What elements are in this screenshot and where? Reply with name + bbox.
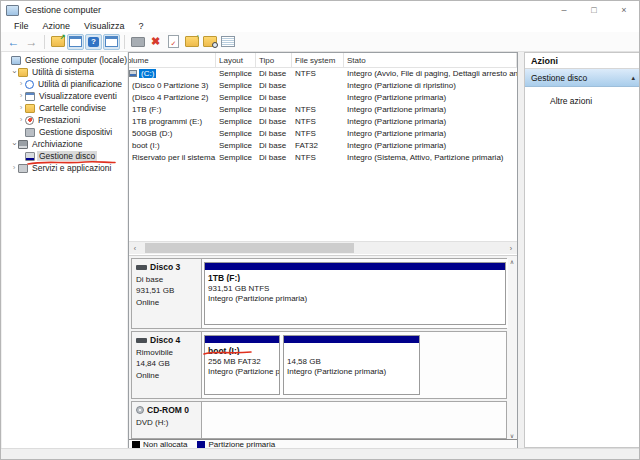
disk-info-line: Di base [136, 275, 201, 284]
task-scheduler-icon [25, 80, 34, 89]
layout-cell: Semplice [216, 105, 256, 114]
scroll-right-icon[interactable]: › [505, 242, 517, 254]
browse-folder-button[interactable] [201, 34, 218, 50]
show-console-tree-button[interactable] [67, 34, 84, 50]
column-header-tipo[interactable]: Tipo [256, 53, 292, 67]
partition-title: boot (I:) [205, 344, 279, 355]
volume-row-6[interactable]: boot (I:)SempliceDi baseFAT32Integro (Pa… [129, 139, 517, 151]
magnifier-overlay-icon [212, 42, 218, 48]
status-bar [1, 448, 639, 460]
partition-color-bar [205, 263, 505, 271]
menu-file[interactable]: File [7, 21, 36, 31]
storage-icon [18, 140, 28, 149]
menu-azione[interactable]: Azione [36, 21, 78, 31]
event-viewer-icon [25, 92, 35, 101]
expander-closed-icon[interactable]: › [18, 116, 24, 124]
show-action-pane-button[interactable] [103, 34, 120, 50]
volume-name-cell: (Disco 4 Partizione 2) [129, 93, 216, 102]
actions-group-gestione-disco[interactable]: Gestione disco ▴ [525, 69, 639, 87]
snapshot-icon [131, 37, 145, 47]
tree-item-visualizzatore-eventi[interactable]: ›Visualizzatore eventi [2, 90, 127, 102]
stato-cell: Integro (Avvio, File di paging, Dettagli… [344, 69, 517, 78]
expander-closed-icon[interactable]: › [18, 80, 24, 88]
tree-item-utilita-di-pianificazione[interactable]: ›Utilità di pianificazione [2, 78, 127, 90]
volume-row-5[interactable]: 500GB (D:)SempliceDi baseNTFSIntegro (Pa… [129, 127, 517, 139]
separator-1 [44, 35, 45, 49]
scroll-up-icon[interactable]: ∧ [507, 256, 517, 266]
disk-label[interactable]: CD-ROM 0DVD (H:) [132, 402, 202, 438]
export-folder-button[interactable]: ↑ [183, 34, 200, 50]
volume-row-4[interactable]: 1TB programmi (E:)SempliceDi baseNTFSInt… [129, 115, 517, 127]
column-header-stato[interactable]: Stato [344, 53, 517, 67]
tipo-cell: Di base [256, 141, 292, 150]
scrollbar-thumb[interactable] [145, 243, 354, 253]
stato-cell: Integro (Partizione primaria) [344, 129, 517, 138]
volume-disk-icon [129, 70, 137, 77]
column-header-layout[interactable]: Layout [216, 53, 256, 67]
scrollbar-track[interactable] [141, 242, 505, 254]
properties-button[interactable] [219, 34, 236, 50]
column-header-volume[interactable]: Volume [129, 53, 216, 67]
volume-name-cell: 1TB programmi (E:) [129, 117, 216, 126]
maximize-button[interactable]: □ [579, 1, 609, 19]
open-folder-button[interactable]: ↗ [49, 34, 66, 50]
back-button[interactable]: ← [5, 34, 22, 50]
collapse-group-icon[interactable]: ▴ [631, 74, 635, 82]
disk-label[interactable]: Disco 3Di base931,51 GBOnline [132, 259, 202, 328]
tree-item-label: Utilità di sistema [30, 67, 96, 77]
column-header-file-system[interactable]: File system [292, 53, 344, 67]
tree-item-gestione-dispositivi[interactable]: Gestione dispositivi [2, 126, 127, 138]
partition-disco-4-0[interactable]: boot (I:)256 MB FAT32Integro (Partizione… [204, 335, 280, 395]
partition-size-fs: 931,51 GB NTFS [205, 282, 505, 293]
expander-open-icon[interactable]: › [10, 141, 18, 147]
computer-management-window: Gestione computer –□× FileAzioneVisualiz… [0, 0, 640, 460]
title-bar[interactable]: Gestione computer –□× [1, 1, 639, 19]
actions-item-altre-azioni[interactable]: Altre azioni [525, 87, 639, 106]
file-system-cell: NTFS [292, 153, 344, 162]
volume-row-3[interactable]: 1TB (F:)SempliceDi baseNTFSIntegro (Part… [129, 103, 517, 115]
expander-closed-icon[interactable]: › [18, 92, 24, 100]
volume-row-7[interactable]: Riservato per il sistemaSempliceDi baseN… [129, 151, 517, 163]
vertical-scrollbar[interactable]: ∧ ∨ [507, 256, 517, 440]
horizontal-scrollbar[interactable]: ‹ › [129, 241, 517, 254]
partition-disco-4-1[interactable]: 14,58 GBIntegro (Partizione primaria) [283, 335, 420, 395]
tree-item-gestione-computer[interactable]: Gestione computer (locale) [2, 54, 127, 66]
disk-management-pane: VolumeLayoutTipoFile systemStato (C:)Sem… [128, 52, 518, 448]
check-disk-button[interactable]: ✓ [165, 34, 182, 50]
scroll-left-icon[interactable]: ‹ [129, 242, 141, 254]
tipo-cell: Di base [256, 93, 292, 102]
volume-row-0[interactable]: (C:)SempliceDi baseNTFSIntegro (Avvio, F… [129, 67, 517, 79]
disk-label[interactable]: Disco 4Rimovibile14,84 GBOnline [132, 332, 202, 398]
forward-button[interactable]: → [23, 34, 40, 50]
tree-item-prestazioni[interactable]: ›Prestazioni [2, 114, 127, 126]
partition-area: 1TB (F:)931,51 GB NTFSIntegro (Partizion… [202, 259, 508, 328]
tree-item-cartelle-condivise[interactable]: ›Cartelle condivise [2, 102, 127, 114]
tree-item-gestione-disco[interactable]: Gestione disco [2, 150, 127, 162]
minimize-button[interactable]: – [549, 1, 579, 19]
tree-item-servizi-e-applicazioni[interactable]: ›Servizi e applicazioni [2, 162, 127, 174]
file-system-cell: NTFS [292, 69, 344, 78]
tree-item-archiviazione[interactable]: ›Archiviazione [2, 138, 127, 150]
menu-visualizza[interactable]: Visualizza [77, 21, 131, 31]
cdrom-icon [136, 406, 144, 414]
close-button[interactable]: × [609, 1, 639, 19]
volume-row-1[interactable]: (Disco 0 Partizione 3)SempliceDi baseInt… [129, 79, 517, 91]
disk-info-line: Online [136, 298, 201, 307]
tree-item-utilita-di-sistema[interactable]: ›Utilità di sistema [2, 66, 127, 78]
expander-open-icon[interactable]: › [10, 69, 18, 75]
partition-disco-3-0[interactable]: 1TB (F:)931,51 GB NTFSIntegro (Partizion… [204, 262, 506, 325]
menu-help[interactable]: ? [131, 21, 150, 31]
expander-closed-icon[interactable]: › [18, 104, 24, 112]
volume-row-2[interactable]: (Disco 4 Partizione 2)SempliceDi baseInt… [129, 91, 517, 103]
tipo-cell: Di base [256, 105, 292, 114]
snapshot-button[interactable] [129, 34, 146, 50]
folder-icon: ↗ [51, 36, 65, 47]
help-button[interactable]: ? [85, 34, 102, 50]
tree-item-label: Utilità di pianificazione [36, 79, 124, 89]
expander-closed-icon[interactable]: › [11, 164, 17, 172]
window-controls: –□× [549, 1, 639, 19]
volume-table-header: VolumeLayoutTipoFile systemStato [129, 53, 517, 68]
delete-button[interactable]: ✖ [147, 34, 164, 50]
disk-title: CD-ROM 0 [136, 405, 201, 415]
disk-info-line: Online [136, 371, 201, 380]
